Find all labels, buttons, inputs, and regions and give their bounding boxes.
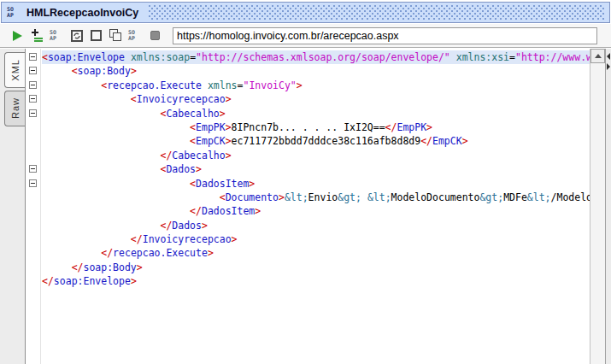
copy-icon — [109, 29, 122, 42]
endpoint-url-input[interactable] — [173, 27, 597, 44]
code-line[interactable]: <Documento>&lt;Envio&gt; &lt;ModeloDocum… — [42, 191, 590, 204]
code-line[interactable]: <soap:Body> — [42, 64, 590, 78]
collapse-left-icon[interactable] — [607, 53, 610, 60]
fold-toggle[interactable] — [29, 179, 37, 187]
request-pane: XML Raw <soap:Envelope xmlns:soap="http:… — [0, 49, 611, 364]
code-line[interactable]: <EmpCK>ec711772bbdd7dddce38c116afb8d8d9<… — [42, 134, 590, 148]
code-line[interactable]: </DadosItem> — [42, 204, 590, 218]
fold-toggle[interactable] — [29, 67, 37, 74]
window-titlebar[interactable]: SOAP HMLRecepcaoInvoiCy — [1, 2, 610, 23]
scroll-up-button[interactable] — [590, 49, 605, 63]
fold-toggle[interactable] — [29, 165, 37, 173]
create-empty-button[interactable] — [87, 26, 105, 44]
soap-action-button-2[interactable]: SOAP — [126, 26, 144, 44]
code-line[interactable]: </recepcao.Execute> — [42, 246, 590, 260]
fold-toggle[interactable] — [29, 109, 37, 117]
code-line[interactable]: </soap:Body> — [42, 261, 590, 274]
clone-request-button[interactable] — [107, 26, 125, 44]
fold-gutter — [26, 49, 41, 364]
code-line[interactable]: </Invoicyrecepcao> — [42, 232, 590, 246]
soap-letters-icon: SOAP — [128, 30, 143, 42]
empty-square-icon — [91, 30, 102, 41]
scrollbar-track[interactable] — [590, 63, 605, 364]
fold-toggle[interactable] — [29, 53, 37, 61]
code-line[interactable]: </Dados> — [42, 219, 590, 232]
tab-xml[interactable]: XML — [4, 52, 25, 88]
code-line[interactable]: <recepcao.Execute xmlns="InvoiCy"> — [42, 79, 590, 92]
code-line[interactable]: <EmpPK>8IPncn7b... . . .. IxI2Q==</EmpPK… — [42, 120, 590, 134]
stop-icon — [150, 31, 160, 40]
tab-raw[interactable]: Raw — [4, 91, 25, 126]
soapui-window-icon: SOAP — [7, 7, 21, 19]
add-to-testcase-button[interactable] — [28, 26, 46, 44]
plus-lines-icon — [31, 29, 44, 42]
window-title: HMLRecepcaoInvoiCy — [26, 7, 138, 19]
tab-xml-label: XML — [10, 59, 21, 81]
fold-toggle[interactable] — [29, 81, 37, 89]
fold-toggle[interactable] — [29, 95, 37, 103]
arrow-up-icon — [595, 54, 602, 58]
code-line[interactable]: </Cabecalho> — [42, 149, 590, 162]
xml-editor[interactable]: <soap:Envelope xmlns:soap="http://schema… — [42, 49, 590, 364]
soap-action-button-1[interactable]: SOAP — [48, 26, 66, 44]
code-line[interactable]: </soap:Envelope> — [42, 274, 590, 288]
cancel-request-button[interactable] — [146, 26, 164, 44]
code-line[interactable]: <soap:Envelope xmlns:soap="http://schema… — [42, 50, 590, 64]
editor-view-tabstrip: XML Raw — [0, 49, 26, 364]
split-pane-divider[interactable] — [605, 49, 611, 364]
soap-letters-icon: SOAP — [50, 30, 64, 42]
code-line[interactable]: <DadosItem> — [42, 177, 590, 191]
recreate-icon — [71, 30, 83, 42]
recreate-request-button[interactable] — [68, 26, 85, 44]
play-icon — [13, 31, 22, 41]
request-toolbar: SOAP SOAP — [0, 24, 611, 48]
tab-raw-label: Raw — [10, 97, 21, 119]
code-line[interactable]: <Dados> — [42, 162, 590, 176]
code-line[interactable]: <Cabecalho> — [42, 107, 590, 120]
code-line[interactable]: <Invoicyrecepcao> — [42, 92, 590, 106]
collapse-right-icon[interactable] — [607, 63, 610, 70]
request-editor-window: SOAP HMLRecepcaoInvoiCy SOAP — [0, 0, 611, 364]
submit-request-button[interactable] — [9, 26, 26, 44]
titlebar-grip-texture — [149, 5, 604, 20]
vertical-scrollbar[interactable] — [590, 49, 605, 364]
